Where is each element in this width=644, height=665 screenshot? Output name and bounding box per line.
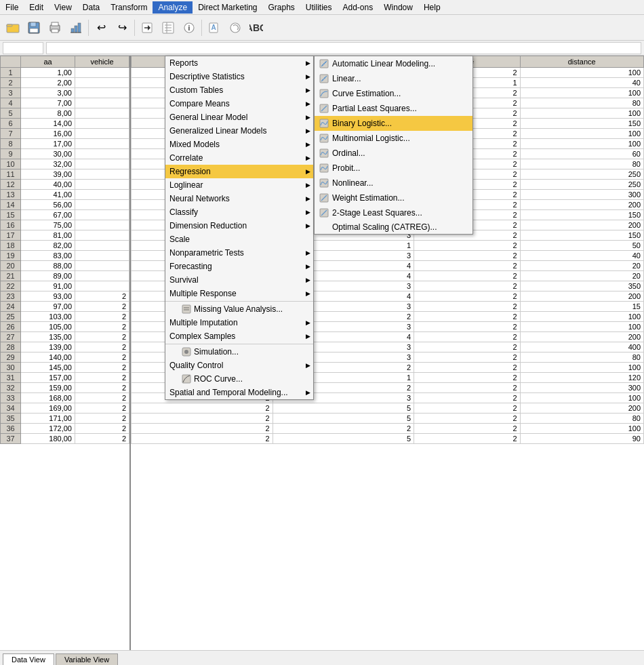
cell-vehicle[interactable] [75, 230, 129, 241]
cell-aa[interactable]: 7,00 [21, 98, 75, 108]
cell-distance[interactable]: 150 [520, 119, 644, 129]
col-vehicle-header[interactable]: vehicle [75, 56, 129, 68]
cell-distance[interactable]: 80 [520, 98, 644, 108]
cell-vehicle[interactable]: 2 [75, 352, 129, 363]
tab-variable-view[interactable]: Variable View [56, 653, 118, 665]
menu-edit[interactable]: Edit [24, 1, 49, 14]
menu-item-regression[interactable]: Regression▶ [165, 165, 313, 178]
cell-vehicle[interactable]: 2 [75, 302, 129, 312]
menu-item-survival[interactable]: Survival▶ [165, 273, 313, 287]
cell-type[interactable]: 2 [414, 383, 520, 393]
col-distance-header[interactable]: distance [520, 56, 644, 68]
cell-distance[interactable]: 150 [520, 210, 644, 220]
cell-type[interactable]: 2 [414, 393, 520, 403]
cell-aa[interactable]: 91,00 [21, 281, 75, 291]
cell-aa[interactable]: 171,00 [21, 414, 75, 424]
cell-vehicle[interactable] [75, 220, 129, 230]
reg-item-binary-logistic[interactable]: Binary Logistic... [315, 116, 472, 131]
cell-vehicle[interactable]: 2 [75, 312, 129, 322]
variables-button[interactable] [158, 18, 178, 38]
menu-item-dim-reduction[interactable]: Dimension Reduction▶ [165, 219, 313, 233]
cell-distance[interactable]: 200 [520, 332, 644, 342]
cell-vehicle[interactable] [75, 119, 129, 129]
cell-type[interactable]: 2 [414, 291, 520, 302]
cell-type[interactable]: 2 [414, 241, 520, 251]
cell-distance[interactable]: 100 [520, 68, 644, 78]
menu-help[interactable]: Help [418, 1, 446, 14]
cell-distance[interactable]: 300 [520, 383, 644, 393]
cell-distance[interactable]: 300 [520, 190, 644, 200]
cell-vehicle[interactable] [75, 210, 129, 220]
menu-item-multiple-imputation[interactable]: Multiple Imputation▶ [165, 316, 313, 329]
cell-vehicle[interactable] [75, 159, 129, 169]
menu-item-reports[interactable]: Reports▶ [165, 56, 313, 70]
cell-type[interactable]: 2 [414, 434, 520, 444]
menu-item-mixed-models[interactable]: Mixed Models▶ [165, 138, 313, 151]
cell-aa[interactable]: 88,00 [21, 261, 75, 271]
reg-item-auto-linear[interactable]: Automatic Linear Modeling... [315, 56, 472, 71]
cell-reference[interactable] [3, 42, 43, 54]
goto-button[interactable] [137, 18, 157, 38]
menu-item-loglinear[interactable]: Loglinear▶ [165, 178, 313, 192]
cell-experience[interactable]: 5 [273, 414, 414, 424]
reg-item-multinomial[interactable]: Multinomial Logistic... [315, 131, 472, 146]
cell-vehicle[interactable]: 2 [75, 291, 129, 302]
cell-aa[interactable]: 145,00 [21, 363, 75, 373]
cell-distance[interactable]: 100 [520, 108, 644, 119]
cell-agegroup[interactable]: 2 [132, 424, 273, 434]
cell-aa[interactable]: 105,00 [21, 322, 75, 332]
menu-item-quality-control[interactable]: Quality Control▶ [165, 359, 313, 372]
cell-aa[interactable]: 83,00 [21, 251, 75, 261]
cell-type[interactable]: 2 [414, 414, 520, 424]
script-button[interactable]: A [204, 18, 224, 38]
cell-vehicle[interactable] [75, 108, 129, 119]
cell-vehicle[interactable]: 2 [75, 363, 129, 373]
cell-vehicle[interactable]: 2 [75, 414, 129, 424]
cell-distance[interactable]: 200 [520, 291, 644, 302]
cell-vehicle[interactable] [75, 68, 129, 78]
reg-item-weight[interactable]: Weight Estimation... [315, 190, 472, 205]
cell-type[interactable]: 2 [414, 302, 520, 312]
cell-aa[interactable]: 180,00 [21, 434, 75, 444]
cell-vehicle[interactable] [75, 281, 129, 291]
reg-item-pls[interactable]: Partial Least Squares... [315, 101, 472, 116]
cell-aa[interactable]: 82,00 [21, 241, 75, 251]
menu-analyze[interactable]: Analyze [153, 1, 193, 14]
save-button[interactable] [24, 18, 44, 38]
cell-aa[interactable]: 67,00 [21, 210, 75, 220]
cell-distance[interactable]: 100 [520, 424, 644, 434]
cell-aa[interactable]: 14,00 [21, 119, 75, 129]
menu-item-simulation[interactable]: Simulation... [165, 345, 313, 359]
menu-transform[interactable]: Transform [105, 1, 153, 14]
cell-aa[interactable]: 17,00 [21, 139, 75, 149]
cell-aa[interactable]: 169,00 [21, 403, 75, 414]
menu-item-custom-tables[interactable]: Custom Tables▶ [165, 83, 313, 97]
menu-item-forecasting[interactable]: Forecasting▶ [165, 260, 313, 273]
cell-distance[interactable]: 120 [520, 373, 644, 383]
cell-vehicle[interactable]: 2 [75, 383, 129, 393]
text-button[interactable]: ABC [246, 18, 266, 38]
cell-distance[interactable]: 100 [520, 129, 644, 139]
cell-vehicle[interactable] [75, 149, 129, 159]
cell-distance[interactable]: 20 [520, 271, 644, 281]
col-aa-header[interactable]: aa [21, 56, 75, 68]
cell-type[interactable]: 2 [414, 342, 520, 352]
cell-aa[interactable]: 157,00 [21, 373, 75, 383]
cell-aa[interactable]: 139,00 [21, 342, 75, 352]
cell-aa[interactable]: 39,00 [21, 169, 75, 180]
cell-vehicle[interactable] [75, 129, 129, 139]
cell-distance[interactable]: 20 [520, 261, 644, 271]
cell-vehicle[interactable] [75, 139, 129, 149]
chart-button[interactable] [66, 18, 86, 38]
cell-type[interactable]: 2 [414, 373, 520, 383]
cell-distance[interactable]: 100 [520, 88, 644, 98]
reg-item-ordinal[interactable]: Ordinal... [315, 146, 472, 161]
menu-graphs[interactable]: Graphs [262, 1, 300, 14]
menu-item-missing-value[interactable]: Missing Value Analysis... [165, 302, 313, 316]
cell-distance[interactable]: 80 [520, 352, 644, 363]
cell-aa[interactable]: 56,00 [21, 200, 75, 210]
cell-agegroup[interactable]: 2 [132, 403, 273, 414]
reg-item-probit[interactable]: Probit... [315, 161, 472, 176]
cell-distance[interactable]: 60 [520, 149, 644, 159]
cell-agegroup[interactable]: 2 [132, 414, 273, 424]
